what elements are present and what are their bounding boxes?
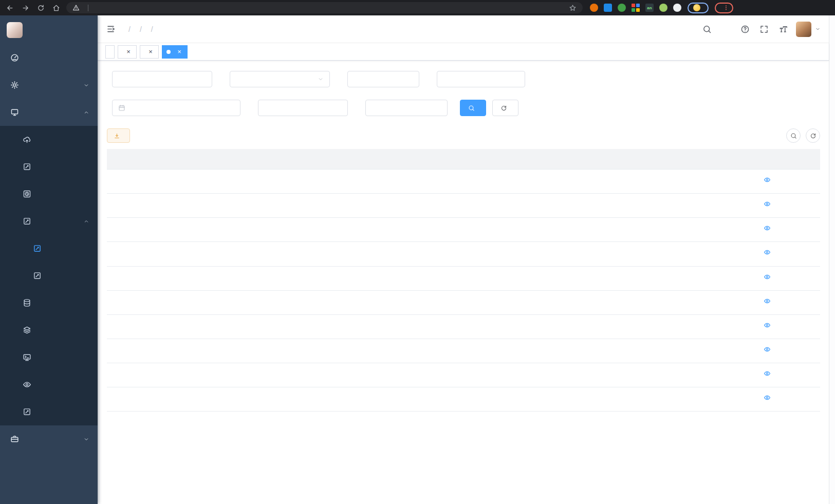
detail-link[interactable] [764,346,773,353]
cell-result [673,393,740,406]
user-avatar[interactable] [796,22,811,37]
bookmark-star-icon[interactable] [569,4,577,12]
extension-icon[interactable] [618,4,626,12]
cell-result [673,296,740,309]
sidebar-item-error-log[interactable] [0,262,98,289]
sidebar-item-file-management[interactable] [0,126,98,153]
cell-method [346,320,403,333]
sidebar-item-dev-tools[interactable] [0,425,98,453]
sidebar-item-trace[interactable] [0,371,98,398]
sidebar-item-mysql-monitor[interactable] [0,289,98,316]
cell-user_id [169,320,226,333]
search-button[interactable] [460,100,486,116]
sidebar-item-system-management[interactable] [0,71,98,99]
browser-back-button[interactable] [6,4,14,12]
detail-link[interactable] [764,297,773,305]
cell-time [530,272,619,285]
filter-app-name-input[interactable] [347,71,419,87]
detail-link[interactable] [764,200,773,208]
extension-icon[interactable] [632,4,640,12]
cell-method [346,296,403,309]
breadcrumb: /// [124,25,158,33]
tab-close-icon[interactable]: × [176,48,183,55]
filter-request-time-range[interactable] [112,100,240,116]
cloud-upload-icon [23,135,31,144]
filter-result-code-input[interactable] [365,100,448,116]
sidebar-item-scheduled-jobs[interactable] [0,180,98,208]
github-icon[interactable] [721,25,731,34]
export-button[interactable] [107,128,130,143]
filter-execute-duration-input[interactable] [258,100,348,116]
page-scrollbar[interactable] [829,15,835,504]
cell-duration [619,247,673,260]
app-logo[interactable] [0,15,98,44]
detail-link[interactable] [764,225,773,232]
cell-url [403,199,530,212]
filter-request-url-input[interactable] [437,71,525,87]
tab-item[interactable]: × [140,45,159,59]
detail-link[interactable] [764,394,773,401]
cell-method [346,393,403,406]
tab-close-icon[interactable]: × [125,48,132,55]
search-icon[interactable] [702,25,712,34]
extension-icon[interactable] [659,4,667,12]
fullscreen-icon[interactable] [759,25,769,34]
browser-update-button[interactable] [715,3,733,13]
action-cell [740,218,796,241]
sidebar-item-home[interactable] [0,44,98,71]
detail-link[interactable] [764,370,773,377]
help-icon[interactable] [740,25,750,34]
sidebar-item-access-log[interactable] [0,235,98,262]
extension-icon[interactable] [673,4,681,12]
cell-id [107,393,169,406]
navbar-right [702,22,821,37]
browser-menu-icon[interactable] [723,4,729,11]
hamburger-button[interactable] [106,24,116,34]
table-row [107,339,820,363]
detail-link[interactable] [764,249,773,256]
cell-result [673,223,740,236]
sidebar-item-log-center[interactable] [0,398,98,425]
sidebar-item-redis-monitor[interactable] [0,316,98,344]
chevron-down-icon [83,82,89,88]
terminal-icon [23,353,31,362]
refresh-table-button[interactable] [806,128,820,143]
browser-forward-button[interactable] [22,4,29,12]
extension-icon[interactable] [604,4,612,12]
cell-user_id [169,368,226,382]
toggle-search-button[interactable] [786,128,801,143]
cell-user_type [226,175,287,188]
filter-row-2 [107,100,820,116]
sidebar-item-infrastructure[interactable] [0,99,98,126]
cell-user_id [169,344,226,358]
sidebar-item-config-management[interactable] [0,153,98,180]
filter-user-type-select[interactable] [230,71,330,87]
extension-icon[interactable]: an [645,4,654,12]
address-bar[interactable] [66,2,583,13]
profile-paused-badge[interactable] [688,3,709,13]
detail-link[interactable] [764,273,773,281]
avatar-caret-down-icon[interactable] [815,26,821,32]
browser-home-button[interactable] [52,4,60,12]
tab-item[interactable] [105,45,115,59]
extension-icon[interactable] [590,4,598,12]
cell-time [530,344,619,358]
reset-button[interactable] [492,100,518,116]
tab-item[interactable]: × [118,45,137,59]
detail-link[interactable] [764,322,773,329]
detail-link[interactable] [764,176,773,183]
browser-reload-button[interactable] [37,4,45,12]
cell-url [403,344,530,358]
cell-url [403,393,530,406]
font-size-icon[interactable] [778,25,788,34]
cell-user_type [226,368,287,382]
sidebar-item-api-log[interactable] [0,208,98,235]
tab-item[interactable]: × [162,45,188,59]
cell-result [673,320,740,333]
cell-id [107,247,169,260]
tab-close-icon[interactable]: × [147,48,154,55]
sidebar-item-java-monitor[interactable] [0,344,98,371]
database-icon [23,298,31,307]
filter-user-id-input[interactable] [112,71,212,87]
cell-user_id [169,199,226,212]
